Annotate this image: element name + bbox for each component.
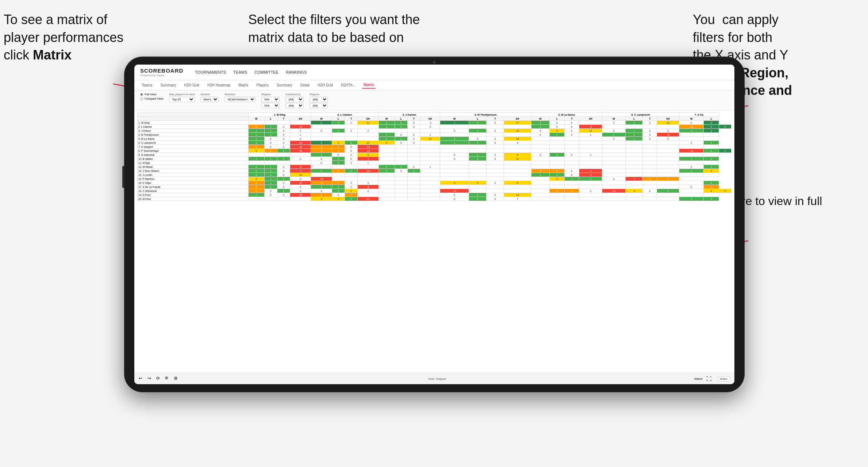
fullscreen-icon[interactable]: ⛶: [706, 375, 714, 382]
matrix-cell: [345, 125, 357, 129]
tab-h2h-grid2[interactable]: H2H Grid: [316, 82, 334, 88]
gender-select[interactable]: Men's: [200, 97, 219, 102]
matrix-cell: [379, 145, 395, 149]
matrix-cell: [248, 121, 264, 125]
matrix-cell: 0: [277, 129, 290, 133]
nav-committee[interactable]: COMMITTEE: [254, 70, 279, 74]
matrix-cell: 24: [358, 141, 379, 145]
matrix-cell: [311, 137, 332, 141]
matrix-cell: [657, 173, 679, 177]
matrix-cell: [625, 197, 642, 201]
matrix-cell: [657, 185, 679, 189]
matrix-cell: 1: [550, 153, 565, 157]
logo-subtitle: Powered by clippd: [140, 74, 183, 77]
matrix-cell: 1: [345, 169, 357, 173]
matrix-cell: 0: [440, 129, 469, 133]
nav-tournaments[interactable]: TOURNAMENTS: [195, 70, 226, 74]
matrix-cell: 14: [504, 137, 531, 141]
bottom-toolbar: ↩ ↪ ⟳ ⊞ ⚙ View: Original Watch ⛶ Share: [134, 373, 734, 384]
tab-h2hth[interactable]: H2HTh...: [339, 82, 357, 88]
matrix-cell: 1: [264, 181, 277, 185]
matrix-cell: [440, 133, 469, 137]
matrix-cell: 0: [564, 169, 579, 173]
matrix-cell: [395, 161, 407, 165]
matrix-cell: 0: [420, 125, 440, 129]
matrix-cell: -2: [420, 121, 440, 125]
player-name-cell: 7. G Sargent: [138, 145, 249, 149]
matrix-cell: 1: [332, 161, 345, 165]
max-players-select[interactable]: Top 25: [169, 97, 195, 102]
matrix-cell: 1: [625, 129, 642, 133]
matrix-cell: [395, 185, 407, 189]
refresh-icon[interactable]: ⟳: [156, 376, 162, 382]
player-name-cell: 18. C Sherwood: [138, 189, 249, 193]
compact-view-label: Compact View: [145, 97, 163, 100]
matrix-cell: [420, 197, 440, 201]
tab-matrix[interactable]: Matrix: [237, 82, 250, 88]
tab-teams[interactable]: Teams: [140, 82, 154, 88]
matrix-cell: -16: [290, 141, 311, 145]
matrix-cell: 1: [332, 189, 345, 193]
players-select-2[interactable]: (All): [310, 103, 328, 108]
matrix-cell: [602, 169, 626, 173]
matrix-cell: 0: [643, 137, 657, 141]
matrix-cell: 1: [550, 133, 565, 137]
tab-h2h-heatmap[interactable]: H2H Heatmap: [206, 82, 232, 88]
matrix-cell: [379, 177, 395, 181]
toolbar-left: ↩ ↪ ⟳ ⊞ ⚙: [139, 376, 180, 382]
matrix-cell: [504, 177, 531, 181]
table-row: 3. J Koivun110201020101304011010312: [138, 129, 731, 133]
matrix-cell: [531, 137, 550, 141]
undo-icon[interactable]: ↩: [139, 376, 145, 382]
division-select[interactable]: NCAA Division I: [224, 97, 256, 102]
share-button[interactable]: Share: [717, 376, 730, 382]
matrix-cell: [486, 169, 504, 173]
redo-icon[interactable]: ↪: [147, 376, 153, 382]
players-select-1[interactable]: (All): [310, 97, 328, 102]
matrix-cell: [264, 153, 277, 157]
zoom-in-icon[interactable]: ⊞: [165, 376, 171, 382]
settings-icon[interactable]: ⚙: [174, 376, 180, 382]
radio-full-view[interactable]: Full View: [140, 93, 163, 96]
conference-select-2[interactable]: (All): [285, 103, 304, 108]
nav-rankings[interactable]: RANKINGS: [286, 70, 307, 74]
matrix-cell: [504, 145, 531, 149]
region-label: Region: [261, 93, 280, 96]
watch-label[interactable]: Watch: [694, 377, 702, 381]
region-select-2[interactable]: N/A: [261, 103, 280, 108]
matrix-cell: 0: [345, 185, 357, 189]
matrix-cell: [332, 165, 345, 169]
tab-summary[interactable]: Summary: [159, 82, 177, 88]
matrix-cell: [345, 165, 357, 169]
tablet-camera: [433, 61, 436, 64]
matrix-cell: [602, 173, 626, 177]
tab-detail[interactable]: Detail: [299, 82, 311, 88]
region-select-1[interactable]: N/A: [261, 97, 280, 102]
conference-select-1[interactable]: (All): [285, 97, 304, 102]
matrix-cell: [469, 161, 486, 165]
sh-w7: W: [679, 117, 704, 121]
tab-players[interactable]: Players: [255, 82, 270, 88]
matrix-cell: [531, 141, 550, 145]
tab-h2h-grid[interactable]: H2H Grid: [183, 82, 201, 88]
matrix-cell: [657, 165, 679, 169]
matrix-cell: [407, 149, 420, 153]
nav-teams[interactable]: TEAMS: [233, 70, 247, 74]
matrix-cell: [531, 161, 550, 165]
matrix-cell: 1: [379, 137, 395, 141]
radio-compact-view[interactable]: Compact View: [140, 97, 163, 100]
matrix-cell: 1: [248, 137, 264, 141]
matrix-cell: [486, 173, 504, 177]
matrix-cell: 1: [469, 197, 486, 201]
filter-region: Region N/A N/A: [261, 93, 280, 108]
matrix-cell: 0: [679, 121, 704, 125]
matrix-cell: [420, 193, 440, 197]
matrix-cell: [531, 189, 550, 193]
table-row: 5. M La Sasso100611014100140106: [138, 137, 731, 141]
matrix-cell: 4: [248, 177, 264, 181]
player-name-cell: 9. N Gabrelcik: [138, 153, 249, 157]
matrix-cell: 0: [264, 145, 277, 149]
tab-summary2[interactable]: Summary: [275, 82, 294, 88]
matrix-cell: [564, 149, 579, 153]
tab-matrix-active[interactable]: Matrix: [362, 82, 376, 89]
